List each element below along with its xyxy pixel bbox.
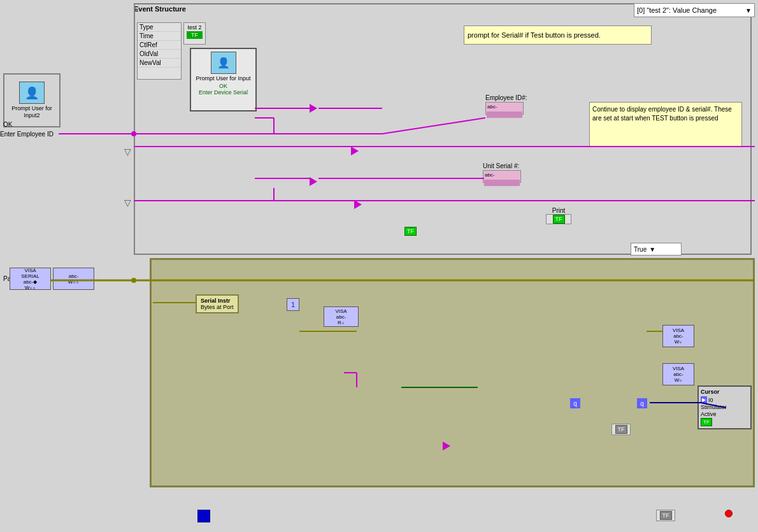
flow-arrow-5: [443, 442, 450, 452]
comment-right-text: Continue to display employee ID & serial…: [592, 106, 732, 122]
employee-id-label: Employee ID#:: [485, 94, 536, 101]
blue-marker-bottom: [197, 510, 210, 522]
cursor-stimulator: Stimulator: [701, 404, 748, 410]
prompt-ok-label: OK: [219, 83, 227, 89]
serial-instr-title: Serial Instr: [201, 298, 234, 304]
event-dropdown-label: [0] "test 2": Value Change: [637, 6, 717, 14]
event-type-panel: Type Time CtlRef OldVal NewVal: [137, 22, 182, 80]
visa-serial-sub: SERIAL: [21, 273, 39, 279]
enter-device-serial: Enter Device Serial: [199, 89, 248, 96]
type-item: Type: [138, 23, 181, 32]
cursor-tf: TF: [701, 418, 748, 426]
unit-serial-inner: [484, 180, 520, 186]
visa-read-label: VISA: [335, 308, 347, 314]
employee-id-value: abc-: [487, 103, 522, 110]
visa-serial-label: VISA: [24, 268, 36, 273]
iter-marker-2: ▽: [124, 198, 131, 208]
comment-box-top: prompt for Serial# if Test button is pre…: [464, 25, 652, 45]
tf-bottom-1-value: TF: [615, 425, 627, 434]
employee-id-inner: [487, 111, 522, 118]
prompt-dialog-icon: 👤: [211, 52, 236, 74]
print-tf-value: TF: [553, 215, 565, 224]
prompt-user-block-left[interactable]: 👤 Prompt User forInput2: [3, 73, 61, 127]
flow-arrow-4: [354, 200, 362, 210]
employee-id-block: Employee ID#: abc-: [485, 94, 536, 115]
employee-id-display: abc-: [485, 102, 524, 115]
print-label: Print: [543, 207, 575, 214]
tf-event-bottom: TF: [404, 227, 417, 236]
visa-read-r: R⬦: [338, 320, 345, 326]
prompt-icon-left: 👤: [19, 82, 45, 104]
visa-write-right: VISA abc- W⬦: [662, 325, 694, 347]
flow-arrow-2: [351, 147, 359, 157]
visa-block2-inner: abc- W⬦⬦: [53, 268, 94, 290]
tf-bottom-1: TF: [611, 424, 631, 435]
visa-abc: abc-: [69, 273, 79, 279]
visa-serial-io: W⬦⬦: [25, 285, 36, 291]
enter-employee-label: Enter Employee ID: [0, 131, 54, 138]
comment-box-right: Continue to display employee ID & serial…: [589, 102, 742, 147]
test2-tf: TF: [187, 31, 203, 39]
iter-marker-1: ▽: [124, 147, 131, 157]
serial-instr-block: Serial Instr Bytes at Port: [196, 294, 239, 313]
cursor-row1: ▶ I0: [701, 396, 748, 403]
visa-read-abc: abc-: [336, 314, 347, 320]
unit-serial-value: abc-: [484, 171, 520, 178]
svg-point-17: [131, 278, 136, 283]
event-dropdown[interactable]: [0] "test 2": Value Change ▼: [634, 3, 755, 17]
main-canvas: Event Structure [0] "test 2": Value Chan…: [0, 0, 758, 532]
flow-arrow-3: [310, 177, 317, 187]
test2-box: test 2 TF: [183, 22, 206, 45]
prompt-dialog-title: Prompt User for Input: [196, 75, 250, 82]
visa-write-far-right: VISA abc- W⬦: [662, 363, 694, 385]
print-block: Print TF: [543, 207, 575, 224]
q-block-1: q: [570, 398, 580, 408]
q-block-2: q: [637, 398, 647, 408]
visa-serial-panel: VISA SERIAL abc-◆ W⬦⬦: [10, 268, 51, 290]
serial-instr-subtitle: Bytes at Port: [201, 304, 234, 310]
tf-bottom-2: TF: [656, 510, 675, 521]
num-block-1: 1: [287, 298, 299, 311]
time-item: Time: [138, 32, 181, 41]
cursor-io-label: I0: [708, 397, 713, 403]
comment-top-text: prompt for Serial# if Test button is pre…: [468, 31, 601, 39]
cursor-block: Cursor ▶ I0 Stimulator Active TF: [697, 385, 752, 429]
tf-bottom-2-value: TF: [660, 511, 672, 520]
oldval-item: OldVal: [138, 50, 181, 59]
dropdown-arrow-icon: ▼: [745, 7, 752, 14]
visa-w: W⬦⬦: [68, 279, 80, 285]
visa-read-block: VISA abc- R⬦: [324, 306, 359, 327]
visa-write-far-label: VISA: [673, 366, 684, 371]
cursor-tf-value: TF: [701, 418, 712, 426]
visa-write-far-abc: abc-: [673, 371, 683, 377]
visa-write-abc: abc-: [673, 333, 683, 339]
true-dropdown[interactable]: True ▼: [631, 243, 682, 255]
unit-serial-display: abc-: [483, 170, 521, 183]
visa-write-far-w: W⬦: [675, 377, 683, 383]
visa-serial-block: VISA SERIAL abc-◆ W⬦⬦: [10, 268, 51, 290]
test2-label: test 2: [184, 24, 205, 31]
ok-label-left: OK: [3, 121, 12, 128]
cursor-io-icon: ▶: [701, 396, 707, 403]
newval-item: NewVal: [138, 59, 181, 68]
tf-green-event: TF: [404, 227, 417, 236]
true-dropdown-arrow: ▼: [649, 246, 655, 253]
unit-serial-label: Unit Serial #:: [483, 162, 534, 169]
unit-serial-block: Unit Serial #: abc-: [483, 162, 534, 183]
true-dropdown-label: True: [634, 246, 647, 253]
red-dot-bottom-right: [725, 510, 733, 517]
cursor-title: Cursor: [701, 389, 748, 395]
visa-serial-icon: abc-◆: [24, 279, 38, 285]
flow-arrow-1: [310, 104, 317, 114]
print-tf: TF: [546, 214, 571, 224]
visa-write-w: W⬦: [675, 339, 683, 345]
prompt-dialog-block[interactable]: 👤 Prompt User for Input OK Enter Device …: [190, 48, 257, 111]
ctlref-item: CtlRef: [138, 41, 181, 50]
visa-write-label: VISA: [673, 327, 684, 333]
cursor-active: Active: [701, 411, 748, 417]
prompt-title-left: Prompt User forInput2: [11, 105, 52, 119]
visa-block2: abc- W⬦⬦: [53, 268, 94, 290]
